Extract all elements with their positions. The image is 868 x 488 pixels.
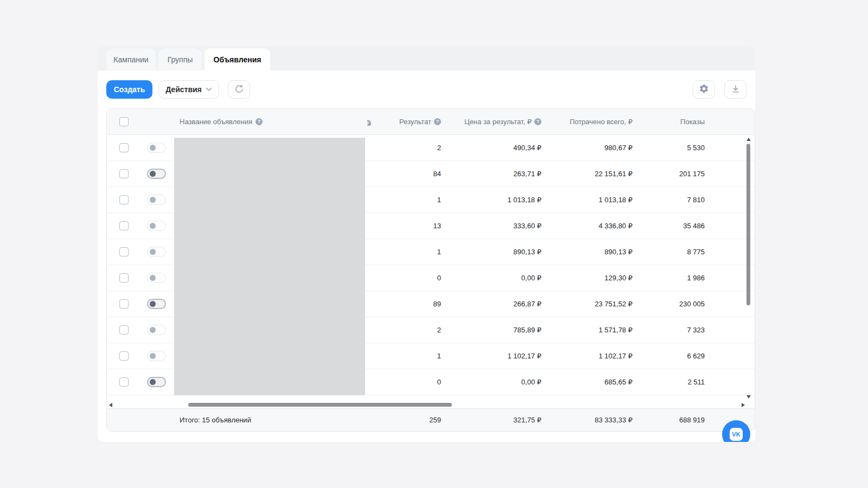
row-checkbox[interactable]: [119, 325, 129, 335]
cell-result: 13: [367, 222, 441, 230]
vertical-scrollbar-thumb[interactable]: [746, 144, 750, 305]
column-header-name-label: Название объявления: [180, 118, 252, 126]
cell-result: 1: [367, 248, 441, 256]
row-checkbox[interactable]: [119, 221, 129, 230]
row-checkbox-cell: [107, 273, 141, 282]
row-toggle-cell: [141, 195, 172, 205]
row-checkbox-cell: [107, 299, 141, 309]
ad-status-toggle[interactable]: [147, 273, 166, 283]
row-toggle-cell: [141, 247, 172, 257]
scroll-up-icon[interactable]: [746, 138, 751, 141]
column-header-price-label: Цена за результат, ₽: [464, 118, 532, 126]
row-toggle-cell: [141, 325, 172, 335]
toolbar: Создать Действия: [106, 80, 746, 99]
scroll-right-icon[interactable]: [742, 403, 745, 407]
refresh-button[interactable]: [228, 80, 250, 99]
help-icon[interactable]: [534, 118, 541, 125]
vertical-scrollbar[interactable]: [746, 135, 751, 406]
column-header-shows-label: Показы: [680, 118, 705, 126]
column-header-result-label: Результат: [399, 118, 431, 126]
ad-status-toggle[interactable]: [147, 221, 166, 231]
cell-result: 89: [367, 300, 441, 308]
row-checkbox[interactable]: [119, 247, 129, 256]
ad-name-redaction-block: [174, 138, 365, 395]
column-header-spent[interactable]: Потрачено всего, ₽: [541, 118, 633, 126]
cell-spent: 1 571,78 ₽: [541, 326, 633, 334]
row-toggle-cell: [141, 169, 172, 179]
toolbar-right: [684, 80, 746, 99]
cell-price: 490,34 ₽: [441, 144, 541, 152]
cell-shows: 230 005: [633, 300, 705, 308]
cell-shows: 1 986: [633, 274, 705, 282]
column-header-spent-label: Потрачено всего, ₽: [570, 118, 633, 126]
totals-shows: 688 919: [633, 416, 705, 424]
column-header-price[interactable]: Цена за результат, ₽: [441, 118, 541, 126]
actions-label: Действия: [165, 85, 202, 94]
cell-spent: 4 336,80 ₽: [541, 222, 633, 230]
row-toggle-cell: [141, 273, 172, 283]
row-checkbox-cell: [107, 325, 141, 335]
row-checkbox[interactable]: [119, 377, 129, 387]
help-icon[interactable]: [256, 118, 263, 125]
ad-status-toggle[interactable]: [147, 169, 166, 179]
cell-result: 84: [367, 170, 441, 178]
cell-price: 0,00 ₽: [441, 274, 541, 282]
create-button[interactable]: Создать: [106, 80, 152, 99]
cell-result: 2: [367, 326, 441, 334]
content-area: Кампании Группы Объявления Создать Дейст…: [98, 46, 755, 442]
table-header-row: Название объявления Результат Цена за ре…: [107, 109, 755, 135]
totals-label: Итого: 15 объявлений: [107, 416, 367, 424]
toggle-knob: [150, 197, 156, 203]
cell-shows: 8 775: [633, 248, 705, 256]
cell-spent: 685,65 ₽: [541, 378, 633, 386]
row-toggle-cell: [141, 299, 172, 309]
ad-status-toggle[interactable]: [147, 351, 166, 361]
row-checkbox[interactable]: [119, 169, 129, 178]
row-toggle-cell: [141, 377, 172, 387]
help-icon[interactable]: [434, 118, 441, 125]
row-checkbox-cell: [107, 377, 141, 387]
toggle-knob: [150, 353, 156, 359]
ad-status-toggle[interactable]: [147, 325, 166, 335]
row-checkbox[interactable]: [119, 195, 129, 204]
horizontal-scrollbar-thumb[interactable]: [188, 403, 452, 407]
row-checkbox[interactable]: [119, 299, 129, 309]
tab-campaigns[interactable]: Кампании: [106, 48, 156, 70]
cell-spent: 129,30 ₽: [541, 274, 633, 282]
column-header-shows[interactable]: Показы: [633, 118, 705, 126]
table-footer-row: Итого: 15 объявлений 259 321,75 ₽ 83 333…: [107, 408, 755, 431]
gear-icon: [699, 84, 709, 95]
scroll-left-icon[interactable]: [109, 403, 112, 407]
horizontal-scrollbar[interactable]: [107, 395, 755, 409]
row-checkbox[interactable]: [119, 273, 129, 282]
column-header-name[interactable]: Название объявления: [172, 118, 367, 126]
scroll-down-icon[interactable]: [746, 395, 751, 399]
toggle-knob: [150, 301, 156, 307]
download-icon: [731, 84, 741, 95]
ad-status-toggle[interactable]: [147, 195, 166, 205]
totals-price: 321,75 ₽: [441, 416, 541, 424]
actions-button[interactable]: Действия: [158, 80, 219, 99]
select-all-checkbox[interactable]: [119, 117, 129, 126]
row-checkbox[interactable]: [119, 351, 129, 361]
download-button[interactable]: [724, 80, 746, 99]
cell-spent: 1 102,17 ₽: [541, 352, 633, 360]
chevron-down-icon: [206, 87, 212, 92]
row-checkbox[interactable]: [119, 143, 129, 152]
tab-ads[interactable]: Объявления: [205, 48, 270, 70]
cell-price: 0,00 ₽: [441, 378, 541, 386]
ad-status-toggle[interactable]: [147, 143, 166, 153]
row-checkbox-cell: [107, 143, 141, 152]
ad-status-toggle[interactable]: [147, 247, 166, 257]
cell-shows: 2 511: [633, 378, 705, 386]
tab-groups[interactable]: Группы: [158, 48, 202, 70]
table-rows: 2 490,34 ₽ 980,67 ₽ 5 530 84 263,71 ₽ 22…: [107, 135, 755, 395]
ad-status-toggle[interactable]: [147, 377, 166, 387]
column-header-result[interactable]: Результат: [367, 118, 441, 126]
ad-status-toggle[interactable]: [147, 299, 166, 309]
settings-button[interactable]: [693, 80, 715, 99]
toggle-knob: [150, 223, 156, 229]
row-toggle-cell: [141, 351, 172, 361]
cell-shows: 7 323: [633, 326, 705, 334]
toggle-knob: [150, 145, 156, 151]
